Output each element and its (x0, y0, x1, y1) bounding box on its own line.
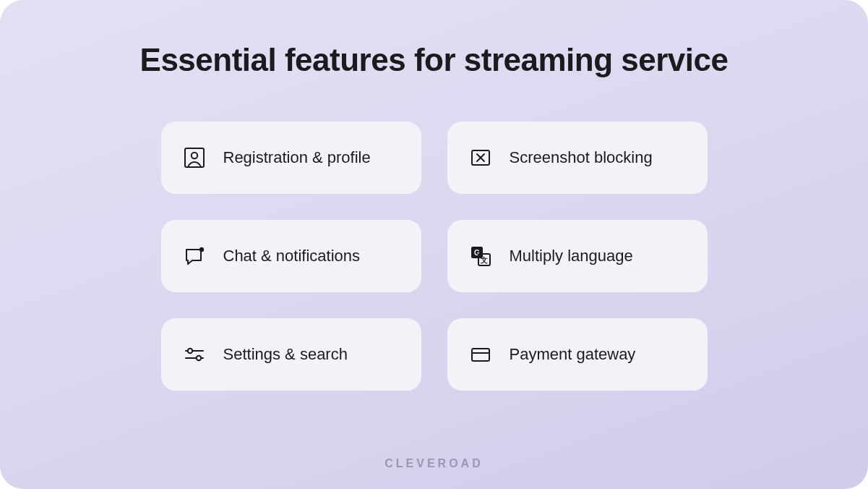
chat-icon (181, 243, 207, 269)
feature-card-language: G 文 Multiply language (447, 220, 708, 292)
feature-card-chat: Chat & notifications (161, 220, 421, 292)
profile-icon (181, 145, 207, 171)
feature-card-payment: Payment gateway (447, 318, 708, 391)
feature-grid: Registration & profile Screenshot blocki… (161, 122, 708, 391)
brand-watermark: CLEVEROAD (0, 457, 868, 470)
diagram-canvas: Essential features for streaming service… (0, 0, 868, 489)
feature-card-settings: Settings & search (161, 318, 421, 391)
svg-rect-0 (185, 148, 204, 167)
feature-label: Payment gateway (510, 345, 636, 364)
feature-label: Screenshot blocking (510, 148, 653, 167)
svg-rect-14 (472, 349, 489, 361)
card-icon (468, 341, 494, 367)
feature-label: Multiply language (510, 247, 633, 265)
feature-card-screenshot-blocking: Screenshot blocking (447, 122, 708, 194)
sliders-icon (181, 341, 207, 367)
diagram-title: Essential features for streaming service (140, 42, 729, 78)
feature-label: Registration & profile (223, 148, 371, 167)
svg-point-11 (187, 349, 192, 353)
svg-text:文: 文 (480, 256, 488, 264)
svg-point-1 (191, 153, 197, 158)
feature-card-registration: Registration & profile (161, 122, 421, 194)
feature-label: Chat & notifications (223, 247, 361, 265)
svg-point-13 (196, 356, 200, 360)
svg-point-5 (199, 247, 203, 252)
feature-label: Settings & search (223, 345, 348, 364)
translate-icon: G 文 (468, 243, 494, 269)
block-icon (468, 145, 494, 171)
